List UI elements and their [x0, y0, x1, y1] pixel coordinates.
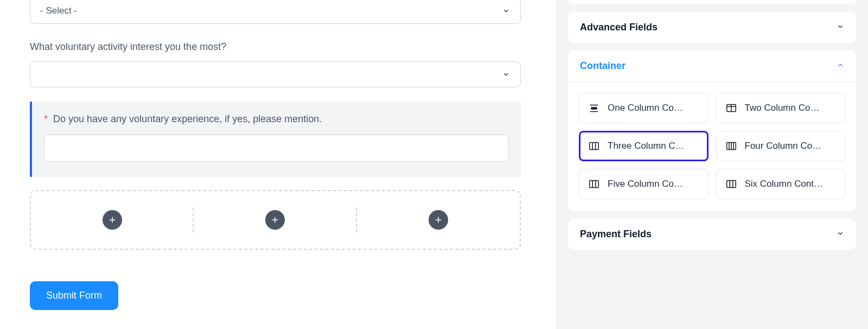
panel-payment-fields: Payment Fields [568, 219, 856, 250]
field-label: Three Column C… [608, 141, 699, 151]
field-label: Two Column Co… [745, 103, 837, 113]
select-field-1[interactable]: - Select - [30, 0, 521, 24]
three-column-container[interactable] [30, 190, 521, 250]
field-six-column[interactable]: Six Column Cont… [716, 169, 846, 199]
svg-rect-7 [591, 107, 597, 110]
four-column-icon [725, 140, 737, 152]
two-column-icon [725, 102, 737, 114]
layout: - Select - What voluntary activity inter… [0, 0, 868, 329]
activity-label: What voluntary activity interest you the… [30, 41, 521, 53]
chevron-up-icon [837, 60, 844, 72]
field-label: Six Column Cont… [745, 179, 837, 189]
form-inner: - Select - What voluntary activity inter… [0, 0, 556, 310]
required-marker: * [44, 113, 48, 124]
chevron-down-icon [837, 229, 844, 240]
select-placeholder: - Select - [40, 5, 77, 16]
panel-container: Container One Column Co… [568, 50, 856, 211]
field-five-column[interactable]: Five Column Co… [579, 169, 709, 199]
chevron-down-icon [502, 70, 510, 79]
column-slot-2[interactable] [194, 191, 356, 249]
add-field-button[interactable] [103, 210, 122, 230]
field-four-column[interactable]: Four Column Co… [716, 131, 846, 161]
panel-title: Container [580, 60, 626, 72]
three-column-icon [588, 140, 600, 152]
field-two-column[interactable]: Two Column Co… [716, 93, 846, 123]
panel-header-payment[interactable]: Payment Fields [568, 219, 856, 250]
panel-title: Payment Fields [580, 229, 652, 240]
column-slot-3[interactable] [357, 191, 520, 249]
field-label: Five Column Co… [608, 179, 699, 189]
field-label: One Column Co… [608, 103, 699, 113]
field-one-column[interactable]: One Column Co… [579, 93, 709, 123]
form-canvas: - Select - What voluntary activity inter… [0, 0, 556, 329]
voluntary-experience-label: *Do you have any voluntary experience, i… [44, 113, 509, 125]
container-field-grid: One Column Co… Two Column Co… Three Colu… [579, 93, 845, 199]
submit-button[interactable]: Submit Form [30, 281, 118, 310]
voluntary-experience-label-text: Do you have any voluntary experience, if… [53, 113, 322, 124]
field-sidebar: Advanced Fields Container [556, 0, 868, 329]
add-field-button[interactable] [265, 210, 285, 230]
svg-rect-22 [726, 181, 736, 188]
add-field-button[interactable] [429, 210, 448, 230]
five-column-icon [588, 178, 600, 190]
svg-rect-19 [590, 181, 599, 188]
field-three-column[interactable]: Three Column C… [579, 131, 709, 161]
chevron-down-icon [837, 22, 844, 33]
svg-rect-12 [590, 143, 599, 150]
panel-header-container[interactable]: Container [568, 50, 856, 82]
panel-advanced-fields: Advanced Fields [568, 12, 856, 43]
voluntary-experience-input[interactable] [44, 135, 509, 162]
field-label: Four Column Co… [745, 141, 837, 151]
one-column-icon [588, 102, 600, 114]
select-field-2[interactable] [30, 61, 521, 87]
panel-body-container: One Column Co… Two Column Co… Three Colu… [568, 82, 856, 211]
column-slot-1[interactable] [31, 191, 194, 249]
previous-panel-stub [568, 0, 856, 4]
chevron-down-icon [502, 7, 510, 15]
six-column-icon [725, 178, 737, 190]
panel-header-advanced[interactable]: Advanced Fields [568, 12, 856, 43]
panel-title: Advanced Fields [580, 22, 658, 33]
active-field-voluntary-experience[interactable]: *Do you have any voluntary experience, i… [30, 102, 521, 177]
